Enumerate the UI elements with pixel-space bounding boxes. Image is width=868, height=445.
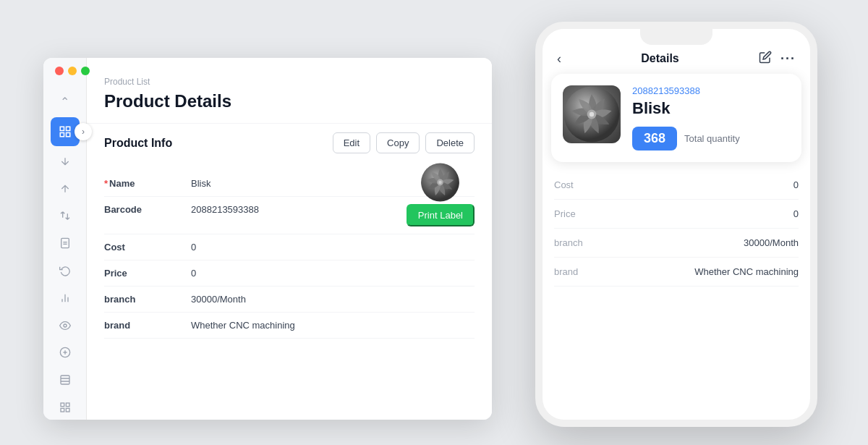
- traffic-light-yellow[interactable]: [68, 67, 77, 75]
- field-row-branch: branch 30000/Month: [104, 287, 475, 313]
- mobile-product-card: 2088213593388 Blisk 368 Total quantity: [551, 74, 801, 162]
- sidebar-icon-transfer[interactable]: [51, 203, 80, 228]
- phone-header: ‹ Details ···: [542, 45, 810, 74]
- sidebar-icon-grid[interactable]: [51, 395, 80, 420]
- svg-rect-1: [66, 127, 69, 130]
- mobile-value-branch: 30000/Month: [744, 237, 799, 248]
- field-row-cost: Cost 0: [104, 234, 475, 260]
- phone-notch: [640, 29, 712, 45]
- sidebar-icon-document[interactable]: [51, 231, 80, 255]
- svg-rect-14: [61, 376, 69, 384]
- mobile-product-image: [563, 85, 621, 143]
- copy-button[interactable]: Copy: [376, 132, 420, 153]
- field-row-price: Price 0: [104, 260, 475, 287]
- field-list: Name Blisk: [87, 162, 492, 347]
- mobile-barcode: 2088213593388: [632, 85, 790, 96]
- svg-rect-3: [66, 132, 69, 136]
- mobile-value-cost: 0: [793, 179, 799, 190]
- sidebar-icon-eye[interactable]: [51, 313, 80, 338]
- sidebar-icon-chart[interactable]: [51, 286, 80, 310]
- action-buttons: Edit Copy Delete: [333, 132, 475, 153]
- mobile-field-price: Price 0: [554, 200, 799, 229]
- print-label-button[interactable]: Print Label: [407, 204, 475, 226]
- field-row-barcode: Barcode 2088213593388 Print Label: [104, 197, 475, 234]
- mobile-value-brand: Whether CNC machining: [694, 266, 799, 277]
- field-row-name: Name Blisk: [104, 171, 475, 197]
- section-title: Product Info: [104, 137, 172, 150]
- delete-button[interactable]: Delete: [425, 132, 475, 153]
- field-value-barcode: 2088213593388: [191, 204, 398, 215]
- traffic-light-green[interactable]: [81, 67, 90, 75]
- mobile-fields: Cost 0 Price 0 branch 30000/Month brand …: [542, 171, 810, 287]
- field-value-price: 0: [191, 268, 475, 279]
- sidebar-icon-download[interactable]: [51, 149, 80, 174]
- svg-rect-19: [61, 408, 64, 412]
- mobile-frame: ‹ Details ···: [535, 22, 817, 427]
- quantity-badge: 368: [632, 127, 677, 151]
- svg-point-23: [438, 180, 441, 183]
- sidebar-icon-location[interactable]: [51, 341, 80, 365]
- field-row-brand: brand Whether CNC machining: [104, 313, 475, 339]
- edit-button[interactable]: Edit: [333, 132, 370, 153]
- svg-rect-0: [60, 127, 64, 130]
- mobile-value-price: 0: [793, 208, 799, 219]
- sidebar: ⌃ ›: [43, 58, 87, 420]
- phone-actions: ···: [759, 51, 796, 67]
- field-value-cost: 0: [191, 242, 475, 253]
- field-label-price: Price: [104, 268, 191, 279]
- top-nav: Product List: [87, 58, 492, 90]
- page-header: Product Details: [87, 91, 492, 123]
- field-value-branch: 30000/Month: [191, 294, 475, 305]
- mobile-quantity: 368 Total quantity: [632, 127, 790, 151]
- svg-point-10: [64, 324, 67, 327]
- mobile-field-cost: Cost 0: [554, 171, 799, 200]
- sidebar-icon-history[interactable]: [51, 258, 80, 283]
- mobile-product-info: 2088213593388 Blisk 368 Total quantity: [632, 85, 790, 151]
- mobile-label-price: Price: [554, 208, 576, 219]
- svg-rect-20: [66, 408, 69, 412]
- field-label-branch: branch: [104, 294, 191, 305]
- mobile-field-brand: brand Whether CNC machining: [554, 258, 799, 287]
- svg-rect-4: [61, 238, 69, 247]
- section-header: Product Info Edit Copy Delete: [87, 123, 492, 162]
- sidebar-icon-upload[interactable]: [51, 177, 80, 201]
- phone-title: Details: [641, 52, 678, 65]
- sidebar-expand-arrow[interactable]: ›: [75, 123, 92, 140]
- mobile-product-name: Blisk: [632, 99, 790, 118]
- svg-rect-17: [61, 403, 64, 407]
- phone-more-icon[interactable]: ···: [780, 51, 796, 67]
- field-value-brand: Whether CNC machining: [191, 320, 475, 331]
- page-title: Product Details: [104, 91, 475, 111]
- field-label-name: Name: [104, 178, 191, 189]
- svg-rect-18: [66, 403, 69, 407]
- field-label-barcode: Barcode: [104, 204, 191, 215]
- main-content: Product List Product Details Product Inf…: [87, 58, 492, 420]
- mobile-label-branch: branch: [554, 237, 583, 248]
- sidebar-icon-list[interactable]: [51, 368, 80, 392]
- traffic-light-red[interactable]: [55, 67, 64, 75]
- breadcrumb: Product List: [104, 77, 150, 90]
- back-button[interactable]: ‹: [557, 51, 561, 67]
- field-label-brand: brand: [104, 320, 191, 331]
- desktop-window: ⌃ ›: [43, 58, 492, 420]
- quantity-label: Total quantity: [684, 133, 740, 144]
- traffic-lights: [55, 67, 90, 75]
- mobile-label-cost: Cost: [554, 179, 574, 190]
- phone-edit-icon[interactable]: [759, 51, 772, 67]
- mobile-label-brand: brand: [554, 266, 578, 277]
- svg-rect-2: [60, 132, 64, 136]
- sidebar-icon-chevron-up[interactable]: ⌃: [51, 90, 80, 114]
- mobile-field-branch: branch 30000/Month: [554, 229, 799, 258]
- field-label-cost: Cost: [104, 242, 191, 253]
- svg-point-26: [590, 112, 594, 116]
